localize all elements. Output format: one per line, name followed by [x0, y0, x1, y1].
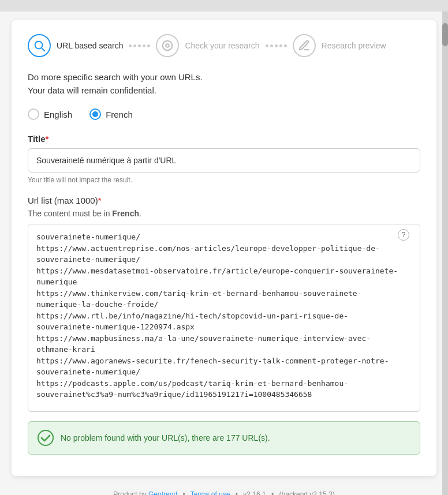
modal-wrapper: URL based search Check your research	[0, 12, 448, 495]
footer-terms-link[interactable]: Terms of use	[191, 490, 230, 495]
radio-english-circle	[28, 108, 39, 120]
svg-point-3	[166, 44, 170, 47]
footer-backend: (backend v2.15.3)	[279, 490, 335, 495]
step-3-icon	[293, 34, 316, 57]
step-1-icon	[28, 34, 51, 57]
title-input[interactable]	[28, 148, 420, 172]
description-line1: Do more specific search with your own UR…	[28, 71, 420, 84]
radio-english[interactable]: English	[28, 108, 72, 120]
footer-product-text: Product by	[113, 490, 148, 495]
footer: Product by Geotrend • Terms of use • v2.…	[0, 485, 448, 495]
modal-content: URL based search Check your research	[12, 20, 436, 476]
footer-sep3: •	[271, 490, 274, 495]
svg-line-1	[42, 48, 44, 51]
radio-french-circle	[89, 108, 101, 120]
page-scrollbar[interactable]	[442, 12, 448, 495]
success-check-icon	[38, 430, 54, 446]
footer-sep2: •	[236, 490, 238, 495]
success-banner: No problem found with your URL(s), there…	[28, 421, 420, 455]
radio-english-label: English	[44, 110, 72, 119]
url-list-section: Url list (max 1000)* The content must be…	[28, 196, 420, 412]
step-1-label: URL based search	[57, 41, 123, 50]
url-list-title: Url list (max 1000)*	[28, 196, 420, 205]
title-hint: Your title will not impact the result.	[28, 176, 420, 184]
step-url-search[interactable]: URL based search	[28, 34, 123, 57]
url-list-note-lang: French	[112, 209, 139, 218]
url-list-note: The content must be in French.	[28, 209, 420, 218]
scrollbar-thumb[interactable]	[442, 23, 448, 46]
stepper: URL based search Check your research	[28, 34, 420, 57]
step-check-research[interactable]: Check your research	[156, 34, 259, 57]
help-icon[interactable]: ?	[398, 229, 409, 241]
title-field-group: Title* Your title will not impact the re…	[28, 134, 420, 184]
footer-sep1: •	[182, 490, 185, 495]
dots-1	[129, 44, 150, 47]
svg-point-4	[38, 430, 53, 445]
footer-product-link[interactable]: Geotrend	[148, 490, 177, 495]
radio-french-label: French	[106, 110, 133, 119]
title-field-label: Title*	[28, 134, 420, 144]
dots-2	[266, 44, 287, 47]
footer-version: v2.16.1	[243, 490, 266, 495]
step-3-label: Research preview	[322, 41, 386, 50]
url-textarea-container: ? souverainete-numerique/ https://www.ac…	[28, 224, 420, 412]
radio-french[interactable]: French	[89, 108, 133, 120]
step-2-label: Check your research	[185, 41, 259, 50]
language-selector: English French	[28, 108, 420, 120]
success-message: No problem found with your URL(s), there…	[61, 433, 270, 442]
step-research-preview[interactable]: Research preview	[293, 34, 386, 57]
description: Do more specific search with your own UR…	[28, 71, 420, 97]
svg-point-2	[163, 41, 173, 51]
step-2-icon	[156, 34, 179, 57]
description-line2: Your data will remain confidential.	[28, 84, 420, 97]
url-textarea[interactable]: souverainete-numerique/ https://www.actu…	[28, 224, 420, 409]
